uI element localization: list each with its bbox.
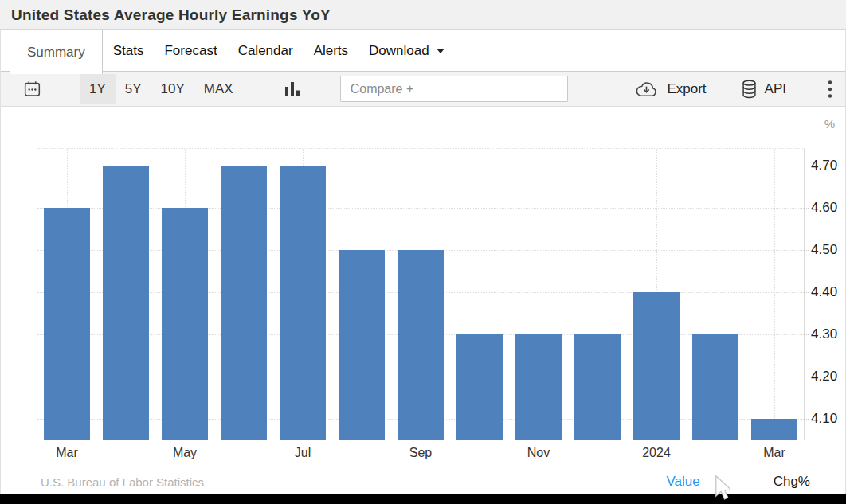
chart-toolbar: 1Y 5Y 10Y MAX Export (1, 72, 845, 107)
bar[interactable] (751, 419, 797, 440)
toolbar-right-group: Export API (634, 80, 832, 99)
tab-bar: Summary Stats Forecast Calendar Alerts D… (1, 30, 845, 72)
bar[interactable] (398, 250, 444, 440)
bar-slot (568, 149, 627, 440)
api-button[interactable]: API (742, 80, 786, 99)
value-toggle-link[interactable]: Value (666, 474, 699, 490)
chg-percent-toggle-link[interactable]: Chg% (774, 474, 810, 490)
tab-calendar[interactable]: Calendar (228, 30, 304, 71)
y-tick-mark (804, 292, 809, 293)
y-axis-tick-label: 4.70 (811, 158, 837, 174)
x-axis-tick-label: 2024 (642, 446, 671, 460)
footer-links: Value Chg% (666, 474, 810, 490)
y-axis-tick-label: 4.20 (811, 369, 837, 385)
y-axis-tick-label: 4.60 (811, 200, 837, 216)
x-axis-tick-label: Sep (409, 446, 432, 460)
bar[interactable] (574, 334, 621, 440)
y-tick-mark (804, 208, 809, 209)
x-axis-tick-label: May (173, 446, 197, 460)
more-options-button[interactable] (828, 80, 832, 99)
bar-slot (96, 149, 155, 440)
tab-stats-label: Stats (113, 43, 144, 59)
date-range-calendar-button[interactable] (23, 80, 41, 98)
bar[interactable] (221, 166, 267, 440)
source-attribution: U.S. Bureau of Labor Statistics (41, 475, 204, 489)
bar-slot (214, 149, 273, 440)
database-icon (742, 80, 757, 99)
y-axis-tick-label: 4.50 (811, 242, 837, 258)
range-max-button[interactable]: MAX (194, 74, 243, 104)
range-selector: 1Y 5Y 10Y MAX (80, 72, 243, 106)
bar[interactable] (456, 334, 503, 440)
bar-slot (37, 149, 96, 440)
y-axis-tick-label: 4.40 (811, 284, 837, 300)
tab-alerts[interactable]: Alerts (304, 30, 358, 71)
bar-slot (745, 149, 804, 440)
range-5y-button[interactable]: 5Y (116, 74, 151, 104)
y-tick-mark (804, 377, 809, 377)
page-title: United States Average Hourly Earnings Yo… (11, 6, 331, 24)
bar[interactable] (280, 166, 326, 440)
tab-summary[interactable]: Summary (10, 30, 103, 74)
bar[interactable] (339, 250, 385, 440)
tab-stats[interactable]: Stats (103, 30, 155, 71)
y-axis-tick-label: 4.10 (811, 411, 837, 427)
mouse-cursor (711, 475, 730, 500)
tab-calendar-label: Calendar (238, 43, 293, 59)
export-label: Export (667, 81, 706, 97)
bar-slot (391, 149, 450, 440)
y-axis-tick-label: 4.30 (811, 326, 837, 342)
bar-slot (273, 149, 332, 440)
bar-slot (509, 149, 568, 440)
bar[interactable] (692, 334, 738, 440)
tab-summary-label: Summary (27, 45, 85, 61)
x-axis-tick-label: Mar (56, 446, 78, 460)
bar-slot (332, 149, 391, 440)
bar-slot (155, 149, 214, 440)
bar-slot (450, 149, 509, 440)
tab-download-label: Download (369, 43, 429, 59)
compare-input[interactable] (340, 76, 568, 102)
bar[interactable] (162, 208, 208, 440)
bar[interactable] (633, 292, 680, 440)
tab-forecast-label: Forecast (164, 43, 217, 59)
x-axis-tick-label: Nov (527, 446, 550, 460)
cloud-download-icon (634, 80, 659, 98)
range-10y-button[interactable]: 10Y (151, 74, 194, 104)
range-1y-button[interactable]: 1Y (80, 74, 116, 104)
kebab-menu-icon (828, 80, 832, 99)
tab-alerts-label: Alerts (314, 43, 348, 59)
y-tick-mark (804, 250, 809, 251)
chart-widget: Summary Stats Forecast Calendar Alerts D… (0, 30, 846, 494)
y-tick-mark (804, 166, 809, 166)
api-label: API (765, 81, 786, 97)
bar[interactable] (44, 208, 90, 440)
plot-area: 4.704.604.504.404.304.204.10MarMayJulSep… (37, 148, 805, 440)
bar[interactable] (103, 166, 149, 440)
chart-region: % 4.704.604.504.404.304.204.10MarMayJulS… (1, 107, 845, 470)
bar[interactable] (515, 334, 562, 440)
bar-slot (627, 149, 686, 440)
export-button[interactable]: Export (634, 80, 706, 98)
x-axis-tick-label: Jul (295, 446, 311, 460)
y-axis-unit-label: % (824, 117, 835, 131)
calendar-icon (23, 80, 41, 98)
chevron-down-icon (437, 49, 445, 53)
bar-chart-icon (284, 80, 300, 97)
bar-slot (686, 149, 745, 440)
y-tick-mark (804, 334, 809, 335)
tab-forecast[interactable]: Forecast (154, 30, 227, 71)
x-axis-tick-label: Mar (763, 446, 785, 460)
y-tick-mark (804, 419, 809, 420)
title-bar: United States Average Hourly Earnings Yo… (0, 0, 846, 30)
tab-download[interactable]: Download (358, 30, 455, 71)
bars (37, 149, 804, 440)
chart-type-button[interactable] (284, 80, 300, 97)
